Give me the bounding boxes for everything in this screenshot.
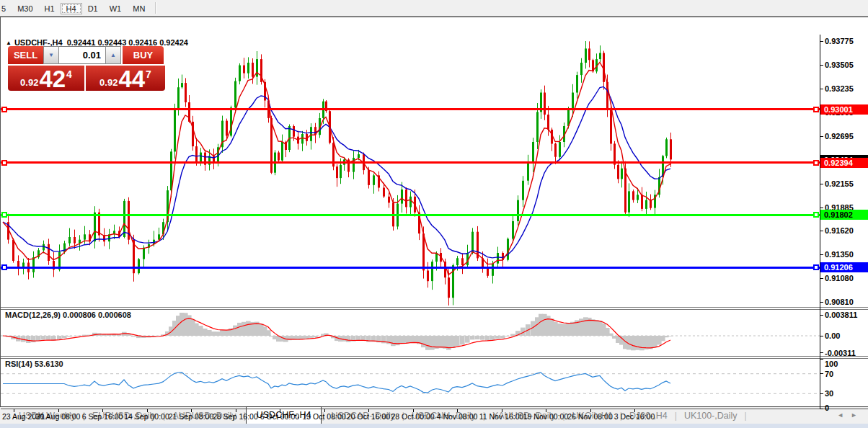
pane-splitter-macd[interactable] (1, 307, 868, 310)
price-axis-tick (820, 208, 823, 208)
price-axis-tick-label: 0.93235 (825, 84, 854, 93)
collapse-triangle-icon[interactable]: ▲ (6, 40, 12, 46)
timeframe-button-w1[interactable]: W1 (104, 3, 128, 14)
rsi-value: 53.6130 (35, 360, 63, 368)
tab-scroll-arrows[interactable]: ◄► (837, 411, 864, 419)
date-axis-label: 21 Sep 08:00 (169, 412, 213, 421)
date-axis-label: 20 Oct 16:00 (347, 412, 390, 421)
bid-pip-digit: 4 (66, 68, 72, 80)
timeframe-button-m30[interactable]: M30 (12, 3, 38, 14)
date-axis-label: 6 Sep 16:00 (82, 412, 123, 421)
level-price-label: 0.91802 (820, 210, 868, 220)
timeframe-toolbar: 5M30H1H4D1W1MN (0, 0, 868, 17)
chart-tab-uk100-daily[interactable]: UK100-,Daily (677, 409, 745, 423)
horizontal-level-line[interactable] (1, 108, 820, 110)
level-line-left-handle[interactable] (1, 264, 7, 270)
rsi-axis-tick (820, 393, 823, 394)
level-price-label: 0.92394 (820, 158, 868, 168)
rsi-axis-tick (820, 409, 823, 409)
buy-button[interactable]: BUY (123, 46, 164, 64)
volume-increase-button[interactable]: ▲ (105, 46, 121, 64)
horizontal-level-line[interactable] (1, 267, 820, 269)
date-axis-label: 28 Sep 16:00 (213, 412, 257, 421)
price-axis-tick-label: 0.93505 (825, 61, 854, 69)
bid-main-digits: 42 (39, 68, 66, 90)
macd-axis-tick (820, 352, 823, 353)
chart-window[interactable]: ▲USDCHF-,H4 0.92441 0.92443 0.92416 0.92… (0, 17, 868, 406)
level-price-label: 0.91206 (820, 262, 868, 272)
rsi-axis-tick-label: 0 (825, 404, 829, 412)
price-axis-tick (820, 65, 823, 66)
rsi-axis-tick-label: 100 (825, 360, 838, 368)
macd-axis-tick-label: -0.00311 (825, 349, 856, 357)
macd-axis-tick-label: 0.003811 (825, 311, 857, 319)
level-line-left-handle[interactable] (1, 160, 7, 166)
date-axis-label: 19 Nov 00:00 (523, 412, 568, 421)
date-axis-label: 11 Nov 16:00 (479, 412, 524, 421)
price-axis-tick (820, 302, 823, 303)
level-line-right-handle[interactable] (813, 212, 819, 218)
rsi-pane-border (1, 409, 868, 409)
level-line-right-handle[interactable] (813, 107, 819, 112)
price-axis-tick (820, 184, 823, 184)
pane-splitter-rsi[interactable] (1, 356, 868, 359)
date-axis-label: 28 Oct 00:00 (391, 412, 434, 421)
volume-decrease-button[interactable]: ▼ (43, 46, 59, 64)
date-axis-label: 14 Sep 00:00 (124, 412, 169, 421)
level-line-right-handle[interactable] (813, 264, 819, 270)
level-line-left-handle[interactable] (1, 107, 7, 112)
price-axis-tick-label: 0.90810 (825, 298, 854, 306)
date-axis-label: 26 Nov 08:00 (567, 412, 612, 421)
timeframe-button-mn[interactable]: MN (127, 3, 151, 14)
toolbar-separator (155, 2, 156, 14)
timeframe-button-d1[interactable]: D1 (82, 3, 104, 14)
price-axis-tick-label: 0.92695 (825, 132, 854, 141)
window-bottom-strip (0, 424, 868, 428)
date-axis-label: 13 Oct 08:00 (302, 412, 345, 421)
rsi-axis-tick (820, 373, 823, 374)
rsi-indicator-label: RSI(14) 53.6130 (5, 360, 63, 368)
price-axis-tick-label: 0.91350 (825, 250, 854, 259)
date-axis-label: 30 Aug 08:00 (36, 412, 81, 421)
price-axis-tick-label: 0.91620 (825, 226, 854, 235)
date-axis-label: 3 Dec 16:00 (614, 412, 655, 421)
horizontal-level-line[interactable] (1, 214, 820, 216)
price-axis-tick (820, 278, 823, 279)
price-axis-tick (820, 136, 823, 137)
chevron-up-icon: ▲ (110, 52, 116, 58)
level-price-label: 0.93001 (820, 104, 868, 115)
price-axis-tick (820, 254, 823, 255)
rsi-axis-tick-label: 30 (825, 389, 833, 398)
ask-price-display[interactable]: 0.92447 (86, 66, 165, 91)
one-click-trade-panel: SELL ▼ ▲ BUY 0.92424 0.92447 (8, 46, 165, 91)
rsi-axis-tick (820, 359, 823, 360)
timeframe-button-5[interactable]: 5 (0, 3, 12, 14)
price-axis-tick-label: 0.92155 (825, 179, 854, 188)
macd-axis-tick-label: 0.00 (825, 331, 840, 340)
terminal-window: 5M30H1H4D1W1MN ▲USDCHF-,H4 0.92441 0.924… (0, 0, 868, 428)
horizontal-level-line[interactable] (1, 161, 820, 164)
timeframe-button-h1[interactable]: H1 (39, 3, 61, 14)
bid-prefix: 0.92 (20, 77, 38, 88)
level-line-right-handle[interactable] (813, 160, 819, 166)
date-axis-label: 4 Nov 08:00 (437, 412, 478, 421)
tab-scroll-left-icon[interactable]: ◄ (837, 411, 851, 419)
price-axis-tick (820, 41, 823, 42)
ask-prefix: 0.92 (99, 77, 118, 88)
timeframe-button-h4[interactable]: H4 (61, 3, 82, 14)
tab-scroll-right-icon[interactable]: ► (851, 411, 864, 419)
volume-input[interactable] (59, 46, 105, 64)
ask-main-digits: 44 (118, 68, 145, 90)
price-axis-tick-label: 0.93775 (825, 37, 854, 45)
tab-separator: | (745, 411, 747, 421)
macd-axis-tick (820, 336, 823, 336)
macd-axis-tick (820, 315, 823, 316)
price-axis-tick (820, 231, 823, 231)
chevron-down-icon: ▼ (48, 52, 54, 58)
price-axis-tick (820, 89, 823, 89)
price-axis-tick-label: 0.91080 (825, 274, 854, 282)
bid-price-display[interactable]: 0.92424 (8, 66, 84, 91)
rsi-axis-tick-label: 70 (825, 370, 833, 378)
level-line-left-handle[interactable] (1, 212, 7, 218)
sell-button[interactable]: SELL (8, 46, 43, 64)
